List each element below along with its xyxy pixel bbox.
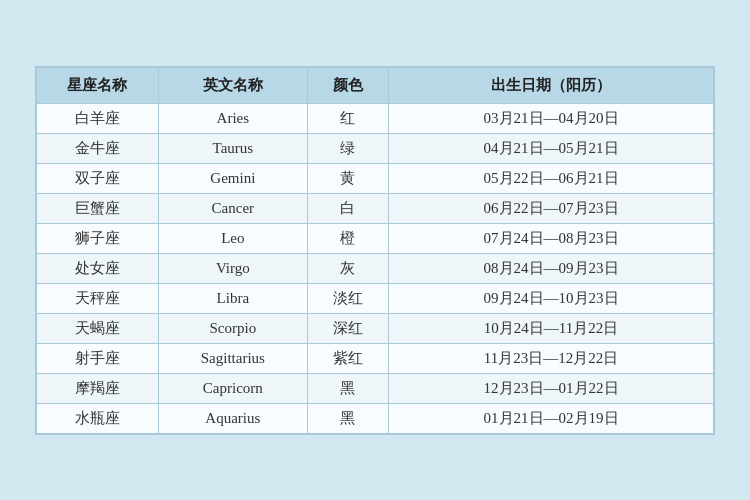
cell-date: 05月22日—06月21日	[389, 163, 714, 193]
cell-color: 红	[307, 103, 388, 133]
cell-en: Scorpio	[158, 313, 307, 343]
table-row: 处女座Virgo灰08月24日—09月23日	[37, 253, 714, 283]
cell-date: 04月21日—05月21日	[389, 133, 714, 163]
cell-color: 白	[307, 193, 388, 223]
cell-en: Gemini	[158, 163, 307, 193]
table-row: 射手座Sagittarius紫红11月23日—12月22日	[37, 343, 714, 373]
cell-color: 灰	[307, 253, 388, 283]
table-row: 水瓶座Aquarius黑01月21日—02月19日	[37, 403, 714, 433]
cell-zh: 摩羯座	[37, 373, 159, 403]
cell-date: 06月22日—07月23日	[389, 193, 714, 223]
cell-zh: 处女座	[37, 253, 159, 283]
cell-en: Aries	[158, 103, 307, 133]
cell-color: 橙	[307, 223, 388, 253]
cell-zh: 白羊座	[37, 103, 159, 133]
cell-zh: 巨蟹座	[37, 193, 159, 223]
cell-color: 淡红	[307, 283, 388, 313]
cell-en: Taurus	[158, 133, 307, 163]
cell-en: Aquarius	[158, 403, 307, 433]
cell-color: 绿	[307, 133, 388, 163]
table-row: 白羊座Aries红03月21日—04月20日	[37, 103, 714, 133]
table-row: 天秤座Libra淡红09月24日—10月23日	[37, 283, 714, 313]
table-row: 摩羯座Capricorn黑12月23日—01月22日	[37, 373, 714, 403]
cell-color: 黑	[307, 373, 388, 403]
cell-zh: 双子座	[37, 163, 159, 193]
cell-zh: 天秤座	[37, 283, 159, 313]
cell-date: 11月23日—12月22日	[389, 343, 714, 373]
cell-en: Sagittarius	[158, 343, 307, 373]
header-zh: 星座名称	[37, 67, 159, 103]
cell-zh: 水瓶座	[37, 403, 159, 433]
table-row: 狮子座Leo橙07月24日—08月23日	[37, 223, 714, 253]
cell-date: 08月24日—09月23日	[389, 253, 714, 283]
zodiac-table: 星座名称 英文名称 颜色 出生日期（阳历） 白羊座Aries红03月21日—04…	[36, 67, 714, 434]
cell-zh: 天蝎座	[37, 313, 159, 343]
header-color: 颜色	[307, 67, 388, 103]
table-row: 巨蟹座Cancer白06月22日—07月23日	[37, 193, 714, 223]
table-row: 金牛座Taurus绿04月21日—05月21日	[37, 133, 714, 163]
cell-en: Capricorn	[158, 373, 307, 403]
cell-date: 01月21日—02月19日	[389, 403, 714, 433]
cell-date: 07月24日—08月23日	[389, 223, 714, 253]
table-row: 双子座Gemini黄05月22日—06月21日	[37, 163, 714, 193]
zodiac-table-container: 星座名称 英文名称 颜色 出生日期（阳历） 白羊座Aries红03月21日—04…	[35, 66, 715, 435]
cell-date: 03月21日—04月20日	[389, 103, 714, 133]
header-date: 出生日期（阳历）	[389, 67, 714, 103]
cell-color: 黄	[307, 163, 388, 193]
cell-color: 紫红	[307, 343, 388, 373]
cell-en: Leo	[158, 223, 307, 253]
cell-zh: 狮子座	[37, 223, 159, 253]
cell-en: Cancer	[158, 193, 307, 223]
table-row: 天蝎座Scorpio深红10月24日—11月22日	[37, 313, 714, 343]
cell-date: 10月24日—11月22日	[389, 313, 714, 343]
table-header-row: 星座名称 英文名称 颜色 出生日期（阳历）	[37, 67, 714, 103]
cell-zh: 金牛座	[37, 133, 159, 163]
header-en: 英文名称	[158, 67, 307, 103]
cell-en: Virgo	[158, 253, 307, 283]
cell-color: 黑	[307, 403, 388, 433]
cell-date: 09月24日—10月23日	[389, 283, 714, 313]
cell-zh: 射手座	[37, 343, 159, 373]
cell-color: 深红	[307, 313, 388, 343]
cell-date: 12月23日—01月22日	[389, 373, 714, 403]
cell-en: Libra	[158, 283, 307, 313]
